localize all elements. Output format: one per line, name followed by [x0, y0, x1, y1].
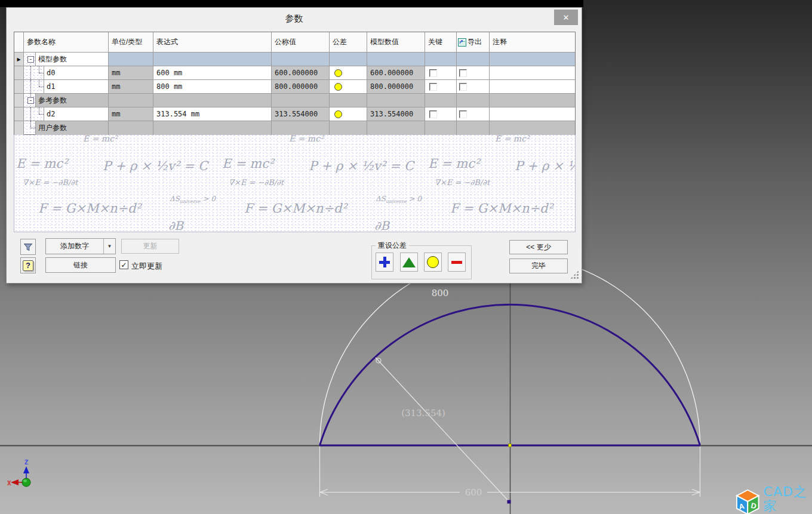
param-name[interactable]: d0: [44, 66, 108, 79]
comment-cell[interactable]: [490, 53, 575, 66]
model-value-cell[interactable]: 800.000000: [367, 80, 425, 93]
dropdown-arrow[interactable]: ▼: [103, 239, 115, 254]
comment-cell[interactable]: [490, 66, 575, 79]
unit-cell[interactable]: mm: [109, 80, 153, 93]
tolerance-nominal-button[interactable]: [424, 253, 442, 272]
comment-cell[interactable]: [490, 107, 575, 121]
model-value-cell[interactable]: 313.554000: [367, 107, 425, 121]
model-value-cell[interactable]: [367, 53, 425, 66]
expression-cell[interactable]: [153, 94, 272, 107]
add-number-button[interactable]: 添加数字 ▼: [45, 238, 116, 254]
tolerance-icon[interactable]: [334, 69, 342, 77]
header-expression[interactable]: 表达式: [153, 32, 272, 52]
update-button[interactable]: 更新: [121, 239, 179, 254]
header-model-value[interactable]: 模型数值: [367, 32, 425, 52]
header-key[interactable]: 关键: [425, 32, 457, 52]
collapse-toggle[interactable]: -: [27, 97, 34, 104]
radius-leader-line[interactable]: [376, 358, 509, 501]
nominal-cell[interactable]: [272, 94, 330, 107]
origin-point[interactable]: [22, 478, 30, 487]
tolerance-icon[interactable]: [334, 110, 342, 118]
table-row-d0[interactable]: d0 mm 600 mm 600.000000 600.000000: [14, 66, 575, 80]
comment-cell[interactable]: [490, 94, 575, 107]
comment-cell[interactable]: [490, 80, 575, 93]
export-checkbox[interactable]: [459, 110, 467, 118]
unit-cell[interactable]: [109, 94, 153, 107]
dialog-titlebar[interactable]: 参数 ✕: [7, 8, 582, 27]
tolerance-icon[interactable]: [334, 83, 342, 91]
tolerance-cell[interactable]: [330, 80, 367, 93]
export-cell[interactable]: [457, 121, 490, 135]
tolerance-cell[interactable]: [330, 94, 367, 107]
model-value-cell[interactable]: [367, 121, 425, 135]
nominal-cell[interactable]: [272, 121, 330, 135]
nominal-cell[interactable]: 313.554000: [272, 107, 330, 121]
group-name[interactable]: 参考参数: [35, 94, 108, 107]
tolerance-cell[interactable]: [330, 53, 367, 66]
row-selector[interactable]: [14, 121, 24, 135]
resize-grip[interactable]: [570, 270, 579, 279]
done-button[interactable]: 完毕: [509, 258, 568, 273]
row-selector[interactable]: [14, 80, 24, 93]
expression-cell[interactable]: [153, 53, 272, 66]
group-name[interactable]: 用户参数: [35, 121, 108, 135]
key-checkbox[interactable]: [429, 69, 437, 77]
filter-button[interactable]: [20, 239, 36, 255]
tolerance-cell[interactable]: [330, 107, 367, 121]
immediate-update-checkbox[interactable]: ✓: [119, 260, 128, 269]
group-name[interactable]: 模型参数: [35, 53, 108, 66]
row-selector[interactable]: [14, 94, 24, 107]
table-row-d2[interactable]: d2 mm 313.554 mm 313.554000 313.554000: [14, 107, 575, 121]
param-name[interactable]: d2: [44, 107, 108, 121]
unit-cell[interactable]: mm: [109, 66, 153, 79]
collapse-toggle[interactable]: -: [27, 56, 34, 63]
less-button[interactable]: << 更少: [509, 240, 568, 254]
key-cell[interactable]: [425, 121, 457, 135]
row-selector[interactable]: [14, 66, 24, 79]
header-nominal[interactable]: 公称值: [272, 32, 330, 52]
model-value-cell[interactable]: [367, 94, 425, 107]
dimension-text-radius[interactable]: (313.554): [401, 408, 445, 418]
tolerance-minus-button[interactable]: [448, 253, 466, 272]
header-unit-type[interactable]: 单位/类型: [109, 32, 153, 52]
expression-cell[interactable]: 600 mm: [153, 66, 272, 79]
expression-cell[interactable]: 800 mm: [153, 80, 272, 93]
unit-cell[interactable]: [109, 121, 153, 135]
param-name[interactable]: d1: [44, 80, 108, 93]
tolerance-plus-button[interactable]: [376, 253, 393, 272]
tolerance-cell[interactable]: [330, 121, 367, 135]
help-button[interactable]: ?: [20, 257, 36, 273]
model-value-cell[interactable]: 600.000000: [367, 66, 425, 79]
export-cell[interactable]: [457, 94, 490, 107]
sketch-midpoint[interactable]: [509, 444, 512, 447]
table-row-d1[interactable]: d1 mm 800 mm 800.000000 800.000000: [14, 80, 575, 94]
row-selector[interactable]: [14, 107, 24, 121]
export-cell[interactable]: [457, 53, 490, 66]
export-checkbox[interactable]: [459, 69, 467, 77]
dimension-text-600[interactable]: 600: [465, 487, 482, 498]
nominal-cell[interactable]: 600.000000: [272, 66, 330, 79]
unit-cell[interactable]: mm: [109, 107, 153, 121]
table-row-group-model[interactable]: ▶ - 模型参数: [14, 53, 575, 66]
close-button[interactable]: ✕: [554, 10, 578, 25]
key-checkbox[interactable]: [429, 83, 437, 91]
unit-cell[interactable]: [109, 53, 153, 66]
key-cell[interactable]: [425, 53, 457, 66]
comment-cell[interactable]: [490, 121, 575, 135]
table-row-group-user[interactable]: 用户参数: [14, 121, 575, 135]
header-tolerance[interactable]: 公差: [330, 32, 367, 52]
export-checkbox[interactable]: [459, 83, 467, 91]
dimension-text-800[interactable]: 800: [432, 288, 449, 298]
table-row-group-reference[interactable]: - 参考参数: [14, 94, 575, 107]
header-comment[interactable]: 注释: [490, 32, 575, 52]
nominal-cell[interactable]: 800.000000: [272, 80, 330, 93]
tolerance-median-button[interactable]: [400, 253, 418, 272]
key-checkbox[interactable]: [429, 110, 437, 118]
header-export[interactable]: 导出: [457, 32, 490, 52]
key-cell[interactable]: [425, 94, 457, 107]
header-param-name[interactable]: 参数名称: [24, 32, 109, 52]
expression-cell[interactable]: 313.554 mm: [153, 107, 272, 121]
arc-center-point[interactable]: [508, 500, 511, 504]
tolerance-cell[interactable]: [330, 66, 367, 79]
expression-cell[interactable]: [153, 121, 272, 135]
